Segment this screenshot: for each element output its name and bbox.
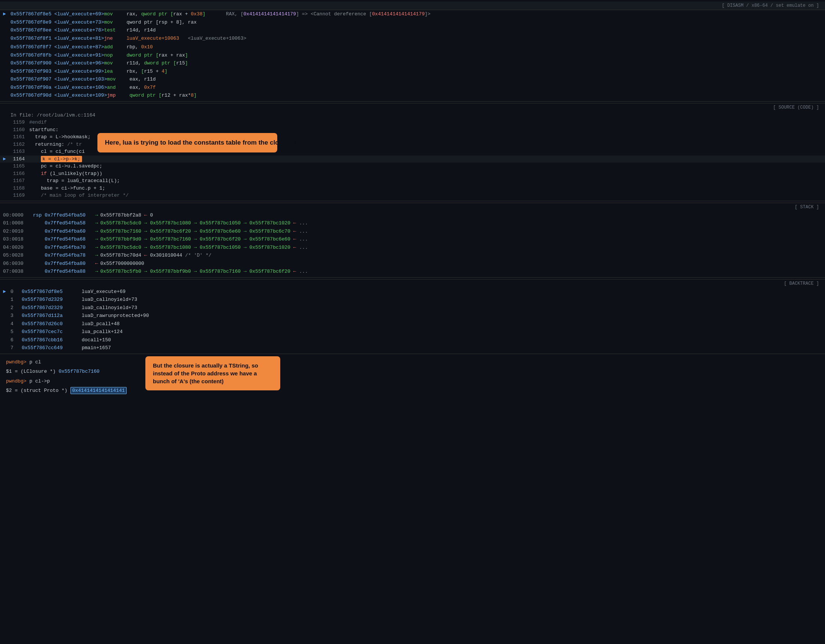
stack-row-7: 07:0038 0x7ffed54fba88 → 0x55f787bc5fb0 … bbox=[0, 267, 825, 276]
source-section: [ SOURCE (CODE) ] In file: /root/lua/lvm… bbox=[0, 102, 825, 201]
debug-addr-1: 0x55f787bc7160 bbox=[59, 369, 99, 374]
source-line-1165: 1165 pc = ci->u.l.savedpc; bbox=[0, 162, 825, 170]
disasm-title: [ DISASM / x86-64 / set emulate on ] bbox=[722, 2, 819, 9]
backtrace-section: [ BACKTRACE ] ► 0 0x55f7867df8e5 luaV_ex… bbox=[0, 278, 825, 354]
disasm-row-2: 0x55f7867df8ee <luaV_execute+78> test r1… bbox=[0, 26, 825, 34]
source-header: [ SOURCE (CODE) ] bbox=[0, 103, 825, 112]
disasm-row-5: 0x55f7867df8fb <luaV_execute+91> nop dwo… bbox=[0, 51, 825, 60]
stack-row-4: 04:0020 0x7ffed54fba70 → 0x55f787bc5dc0 … bbox=[0, 244, 825, 252]
debug-section: pwndbg> p cl $1 = (LClosure *) 0x55f787b… bbox=[0, 354, 825, 398]
stack-row-6: 06:0030 0x7ffed54fba80 ← 0x55f7000000000 bbox=[0, 259, 825, 268]
debug-prompt-2: pwndbg> bbox=[6, 378, 26, 384]
debug-cmd-1: p cl bbox=[29, 359, 41, 365]
disasm-row-3: 0x55f7867df8f1 <luaV_execute+81> jne lua… bbox=[0, 34, 825, 43]
source-line-1167: 1167 trap = luaG_tracecall(L); bbox=[0, 177, 825, 185]
disasm-operands-3: luaV_execute+10063 <luaV_execute+10063> bbox=[127, 35, 822, 42]
debug-line-2: pwndbg> p cl->p bbox=[3, 376, 822, 387]
disasm-addr-1: 0x55f7867df8e9 <luaV_execute+73> bbox=[11, 19, 104, 26]
bt-row-5: 5 0x55f7867cec7c lua_pcallk+124 bbox=[0, 328, 825, 336]
source-line-1160: 1160 startfunc: bbox=[0, 126, 825, 134]
source-title: [ SOURCE (CODE) ] bbox=[773, 105, 819, 110]
disasm-row-7: 0x55f7867df903 <luaV_execute+99> lea rbx… bbox=[0, 68, 825, 76]
stack-row-0: 00:0000 rsp 0x7ffed54fba50 → 0x55f787bbf… bbox=[0, 211, 825, 219]
source-line-1169: 1169 /* main loop of interpreter */ bbox=[0, 192, 825, 199]
disasm-operands-2: r14d, r14d bbox=[127, 26, 822, 34]
stack-title: [ STACK ] bbox=[795, 205, 819, 210]
source-line-1163: 1163 cl = ci_func(ci Here, lua is trying… bbox=[0, 148, 825, 156]
bt-row-4: 4 0x55f7867d26c0 luaD_pcall+48 bbox=[0, 320, 825, 328]
disasm-operands-1: qword ptr [rsp + 8], rax bbox=[127, 19, 822, 26]
bt-row-0: ► 0 0x55f7867df8e5 luaV_execute+69 bbox=[0, 288, 825, 296]
debug-proto-addr: 0x4141414141414141 bbox=[70, 387, 127, 394]
disasm-mnemonic-3: jne bbox=[104, 35, 127, 42]
bt-row-2: 2 0x55f7867d2329 luaD_callnoyield+73 bbox=[0, 304, 825, 312]
disasm-section: [ DISASM / x86-64 / set emulate on ] ► 0… bbox=[0, 0, 825, 102]
stack-row-5: 05:0028 0x7ffed54fba78 → 0x55f787bc70d4 … bbox=[0, 252, 825, 259]
source-line-1164: ► 1164 k = cl->p->k; bbox=[0, 156, 825, 163]
disasm-row-1: 0x55f7867df8e9 <luaV_execute+73> mov qwo… bbox=[0, 19, 825, 26]
stack-section: [ STACK ] 00:0000 rsp 0x7ffed54fba50 → 0… bbox=[0, 201, 825, 278]
source-tooltip: Here, lua is trying to load the constant… bbox=[97, 133, 277, 153]
stack-row-3: 03:0018 0x7ffed54fba68 → 0x55f787bbf9d0 … bbox=[0, 235, 825, 244]
source-line-1168: 1168 base = ci->func.p + 1; bbox=[0, 185, 825, 192]
source-line-1166: 1166 if (l_unlikely(trap)) bbox=[0, 170, 825, 178]
disasm-row-6: 0x55f7867df900 <luaV_execute+96> mov r11… bbox=[0, 59, 825, 68]
main-container: [ DISASM / x86-64 / set emulate on ] ► 0… bbox=[0, 0, 825, 398]
debug-line-1: pwndbg> p cl bbox=[3, 357, 822, 368]
disasm-mnemonic-2: test bbox=[104, 26, 127, 34]
debug-result-2: $2 = (struct Proto *) 0x4141414141414141… bbox=[3, 386, 822, 395]
bt-row-1: 1 0x55f7867d2329 luaD_callnoyield+73 bbox=[0, 296, 825, 304]
disasm-row-0: ► 0x55f7867df8e5 <luaV_execute+69> mov r… bbox=[0, 10, 825, 19]
source-file: In file: /root/lua/lvm.c:1164 bbox=[0, 112, 825, 119]
disasm-addr-2: 0x55f7867df8ee <luaV_execute+78> bbox=[11, 26, 104, 34]
bt-row-6: 6 0x55f7867cbb16 docall+150 bbox=[0, 336, 825, 344]
disasm-row-9: 0x55f7867df90a <luaV_execute+106> and ea… bbox=[0, 83, 825, 92]
current-arrow-0: ► bbox=[3, 11, 11, 18]
stack-row-2: 02:0010 0x7ffed54fba60 → 0x55f787bc7160 … bbox=[0, 227, 825, 236]
disasm-addr-0: 0x55f7867df8e5 <luaV_execute+69> bbox=[11, 11, 104, 18]
disasm-mnemonic-0: mov bbox=[104, 11, 127, 18]
debug-tooltip: But the closure is actually a TString, s… bbox=[145, 356, 280, 391]
bt-row-7: 7 0x55f7867cc649 pmain+1657 bbox=[0, 344, 825, 352]
disasm-addr-3: 0x55f7867df8f1 <luaV_execute+81> bbox=[11, 35, 104, 42]
debug-prompt-1: pwndbg> bbox=[6, 359, 26, 365]
backtrace-title: [ BACKTRACE ] bbox=[784, 281, 819, 286]
disasm-row-10: 0x55f7867df90d <luaV_execute+109> jmp qw… bbox=[0, 91, 825, 100]
debug-result-1: $1 = (LClosure *) 0x55f787bc7160 bbox=[3, 367, 822, 376]
debug-cmd-2: p cl->p bbox=[29, 378, 50, 384]
backtrace-header: [ BACKTRACE ] bbox=[0, 279, 825, 288]
disasm-header: [ DISASM / x86-64 / set emulate on ] bbox=[0, 2, 825, 10]
disasm-row-4: 0x55f7867df8f7 <luaV_execute+87> add rbp… bbox=[0, 43, 825, 51]
source-line-1159: 1159 #endif bbox=[0, 119, 825, 126]
disasm-mnemonic-1: mov bbox=[104, 19, 127, 26]
stack-row-1: 01:0008 0x7ffed54fba58 → 0x55f787bc5dc0 … bbox=[0, 219, 825, 227]
disasm-row-8: 0x55f7867df907 <luaV_execute+103> mov ea… bbox=[0, 75, 825, 83]
stack-header: [ STACK ] bbox=[0, 203, 825, 211]
disasm-operands-0: rax, qword ptr [rax + 0x38] RAX, [0x4141… bbox=[127, 11, 822, 18]
bt-row-3: 3 0x55f7867d112a luaD_rawrunprotected+90 bbox=[0, 312, 825, 320]
source-filepath: In file: /root/lua/lvm.c:1164 bbox=[11, 112, 95, 119]
